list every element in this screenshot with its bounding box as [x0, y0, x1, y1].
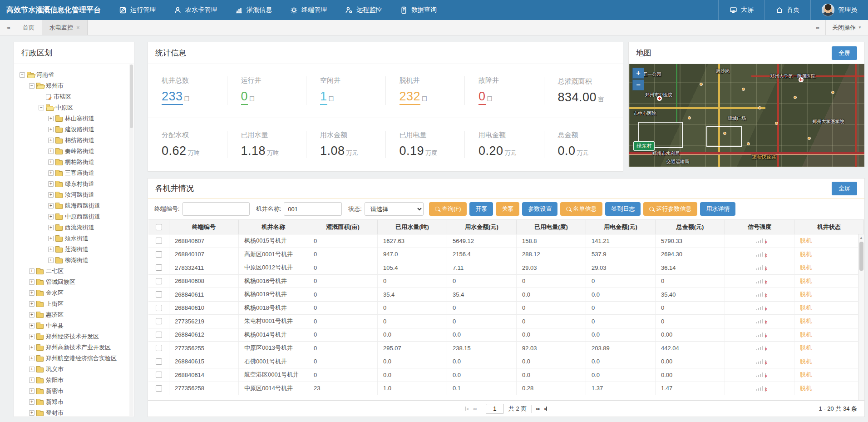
tree-expander-icon[interactable]: + — [48, 159, 54, 165]
tree-expander-icon[interactable]: + — [48, 138, 54, 143]
menu-item-5[interactable]: 远程监控 — [336, 0, 391, 20]
tree-node[interactable]: +上街区 — [17, 298, 132, 309]
tree-expander-icon[interactable]: + — [29, 312, 35, 318]
tree-node[interactable]: −河南省 — [17, 70, 132, 80]
menu-item-4[interactable]: 终端管理 — [281, 0, 336, 20]
tree-expander-icon[interactable]: + — [29, 323, 35, 328]
tree-node[interactable]: +建设路街道 — [17, 124, 132, 135]
tree-node[interactable]: +桐柏路街道 — [17, 157, 132, 168]
tree-expander-icon[interactable]: − — [39, 105, 44, 110]
row-checkbox[interactable] — [156, 345, 162, 351]
row-checkbox[interactable] — [156, 278, 162, 284]
tree-expander-icon[interactable]: + — [29, 334, 35, 339]
sidebar-scrollbar[interactable] — [129, 65, 133, 416]
tree-node[interactable]: +新郑市 — [17, 397, 132, 407]
row-checkbox[interactable] — [156, 238, 162, 244]
menu-item-3[interactable]: 灌溉信息 — [226, 0, 281, 20]
action-button-7[interactable]: 运行参数信息 — [643, 202, 697, 216]
tree-node[interactable]: +管城回族区 — [17, 277, 132, 288]
well-name-input[interactable] — [284, 202, 342, 216]
home-button[interactable]: 首页 — [764, 0, 810, 20]
tree-node[interactable]: +荥阳市 — [17, 375, 132, 386]
tree-expander-icon[interactable]: + — [29, 345, 35, 350]
tree-expander-icon[interactable]: + — [48, 181, 54, 187]
next-page-button[interactable]: ▸▸ — [536, 406, 540, 411]
row-checkbox[interactable] — [156, 251, 162, 258]
action-button-1[interactable]: 查询(F) — [429, 202, 467, 216]
close-operations-dropdown[interactable]: 关闭操作 ▼ — [825, 20, 868, 35]
big-screen-button[interactable]: 大屏 — [718, 0, 764, 20]
menu-item-2[interactable]: 农水卡管理 — [165, 0, 226, 20]
tree-node[interactable]: +巩义市 — [17, 364, 132, 375]
tree-node[interactable]: −中原区 — [17, 102, 132, 113]
last-page-button[interactable]: ▸ — [544, 406, 547, 411]
first-page-button[interactable]: ◂ — [465, 406, 468, 411]
action-button-3[interactable]: 关泵 — [496, 202, 519, 216]
tree-expander-icon[interactable]: + — [48, 258, 54, 263]
tab-close-icon[interactable]: × — [76, 24, 80, 31]
tree-expander-icon[interactable]: + — [29, 377, 35, 383]
tree-node[interactable]: +三官庙街道 — [17, 168, 132, 179]
tree-node[interactable]: +郑州经济技术开发区 — [17, 331, 132, 342]
tree-node[interactable]: +中牟县 — [17, 320, 132, 331]
action-button-8[interactable]: 用水详情 — [700, 202, 735, 216]
tree-expander-icon[interactable]: + — [29, 290, 35, 296]
tree-node[interactable]: +莲湖街道 — [17, 244, 132, 255]
tree-expander-icon[interactable]: + — [48, 236, 54, 241]
tab-hydro-monitor[interactable]: 水电监控 × — [42, 20, 88, 35]
tree-node[interactable]: +汝河路街道 — [17, 189, 132, 200]
tree-expander-icon[interactable]: + — [29, 279, 35, 285]
tree-node[interactable]: +秦岭路街道 — [17, 146, 132, 157]
tab-home[interactable]: 首页 — [15, 20, 42, 35]
tree-expander-icon[interactable]: + — [29, 367, 35, 372]
select-all-checkbox[interactable] — [156, 224, 162, 230]
table-scrollbar[interactable]: ▲ — [858, 234, 864, 400]
row-checkbox[interactable] — [156, 291, 162, 298]
tree-node[interactable]: +林山寨街道 — [17, 113, 132, 124]
action-button-5[interactable]: 名单信息 — [560, 202, 602, 216]
status-select[interactable]: 请选择 — [365, 202, 424, 216]
row-checkbox[interactable] — [156, 318, 162, 324]
menu-item-6[interactable]: 数据查询 — [391, 0, 446, 20]
action-button-6[interactable]: 签到日志 — [605, 202, 641, 216]
row-checkbox[interactable] — [156, 385, 162, 392]
tabs-scroll-left[interactable]: ◂◂ — [0, 20, 15, 35]
tree-node[interactable]: +柳湖街道 — [17, 255, 132, 266]
tree-node[interactable]: 市辖区 — [17, 91, 132, 102]
terminal-id-input[interactable] — [182, 202, 250, 216]
tree-node[interactable]: +棉纺路街道 — [17, 135, 132, 146]
tree-expander-icon[interactable]: − — [29, 83, 35, 89]
row-checkbox[interactable] — [156, 305, 162, 311]
tree-expander-icon[interactable]: + — [48, 225, 54, 230]
tree-node[interactable]: +航海西路街道 — [17, 200, 132, 211]
tree-expander-icon[interactable]: + — [29, 356, 35, 361]
tree-expander-icon[interactable]: − — [20, 72, 25, 78]
tree-expander-icon[interactable]: + — [48, 203, 54, 209]
action-button-2[interactable]: 开泵 — [469, 202, 493, 216]
tree-expander-icon[interactable]: + — [48, 149, 54, 154]
tree-node[interactable]: +中原西路街道 — [17, 211, 132, 222]
tree-expander-icon[interactable]: + — [29, 388, 35, 394]
row-checkbox[interactable] — [156, 332, 162, 338]
tree-node[interactable]: +绿东村街道 — [17, 179, 132, 189]
village-badge[interactable]: 绿东村 — [633, 141, 655, 151]
row-checkbox[interactable] — [156, 372, 162, 378]
tree-expander-icon[interactable]: + — [29, 301, 35, 307]
row-checkbox[interactable] — [156, 264, 162, 271]
tree-node[interactable]: +登封市 — [17, 407, 132, 417]
map-canvas[interactable]: 五一公园碧沙岗郑州大学第一附属医院郑州市中医院市中心医院绿城广场郑州大学医学院郑… — [629, 64, 864, 167]
tree-expander-icon[interactable]: + — [48, 192, 54, 198]
prev-page-button[interactable]: ◂◂ — [473, 406, 476, 411]
scroll-up-icon[interactable]: ▲ — [858, 234, 864, 240]
tree-expander-icon[interactable]: + — [29, 268, 35, 274]
tree-expander-icon[interactable]: + — [48, 247, 54, 252]
zoom-in-button[interactable]: + — [632, 68, 644, 79]
tree-node[interactable]: +郑州高新技术产业开发区 — [17, 342, 132, 353]
row-checkbox[interactable] — [156, 358, 162, 365]
tree-node[interactable]: +金水区 — [17, 288, 132, 298]
user-menu[interactable]: 管理员 — [810, 0, 868, 20]
tree-expander-icon[interactable]: + — [48, 127, 54, 132]
action-button-4[interactable]: 参数设置 — [522, 202, 557, 216]
tree-node[interactable]: +须水街道 — [17, 233, 132, 244]
tree-node[interactable]: +新密市 — [17, 386, 132, 397]
